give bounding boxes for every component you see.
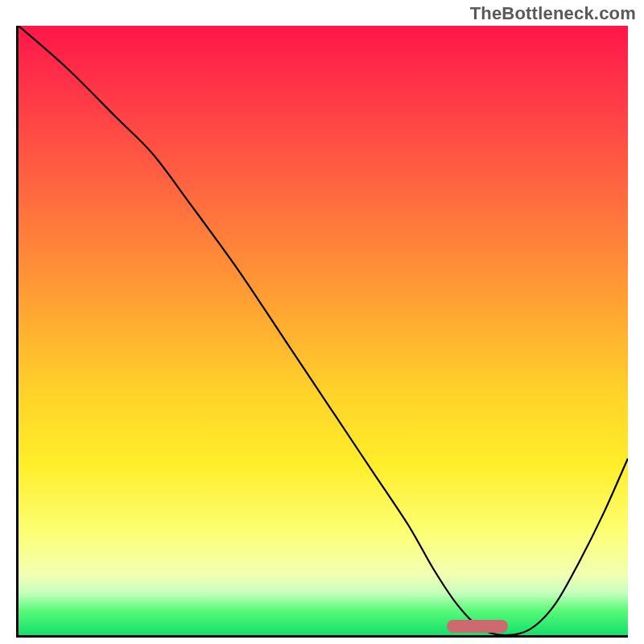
- watermark-text: TheBottleneck.com: [470, 3, 636, 24]
- curve-svg: [19, 26, 628, 635]
- chart-container: TheBottleneck.com: [0, 0, 644, 644]
- plot-area: [16, 26, 628, 638]
- bottleneck-curve: [19, 26, 628, 635]
- minimum-marker: [447, 620, 508, 633]
